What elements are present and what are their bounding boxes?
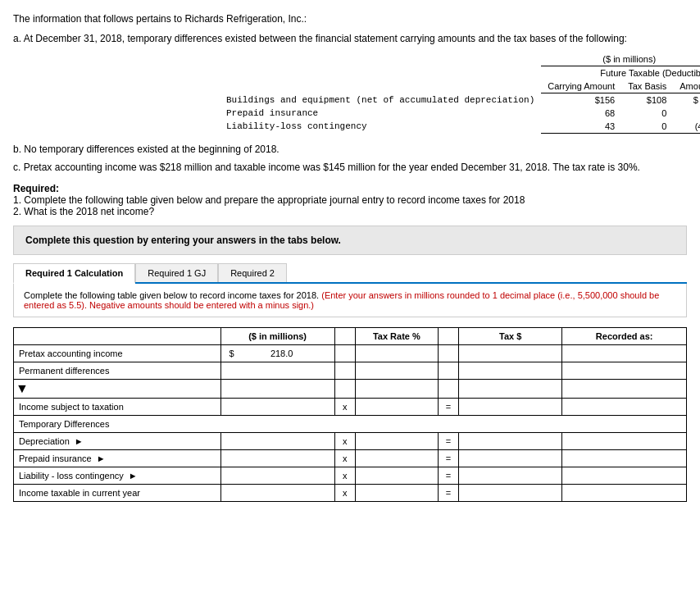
section-c: c. Pretax accounting income was $218 mil…	[13, 162, 687, 173]
required-2: 2. What is the 2018 net income?	[13, 206, 154, 217]
millions-cell[interactable]: $	[220, 345, 334, 362]
millions-cell[interactable]	[220, 362, 334, 380]
eq-empty	[438, 345, 458, 362]
eq-empty	[438, 362, 458, 380]
financial-row-future: (43)	[673, 120, 700, 134]
taxrate-cell[interactable]	[355, 399, 438, 416]
financial-row-carrying: $156	[541, 93, 621, 107]
taxrate-input[interactable]	[361, 488, 433, 498]
millions-input[interactable]	[226, 402, 330, 412]
recorded-input[interactable]	[567, 402, 681, 412]
taxdollar-cell[interactable]	[459, 467, 562, 485]
taxrate-cell[interactable]	[355, 433, 438, 450]
eq-symbol: =	[438, 450, 458, 467]
taxrate-cell[interactable]	[355, 345, 438, 362]
x-symbol: x	[334, 450, 355, 467]
x-empty	[334, 362, 355, 380]
taxdollar-input[interactable]	[464, 349, 557, 358]
taxrate-input[interactable]	[361, 366, 433, 376]
info-text-normal: Complete the following table given below…	[24, 290, 319, 300]
taxrate-input[interactable]	[361, 436, 433, 446]
millions-cell[interactable]	[220, 433, 334, 450]
recorded-cell[interactable]	[562, 450, 687, 467]
recorded-cell[interactable]	[562, 362, 687, 380]
eq-symbol: =	[438, 433, 458, 450]
taxdollar-input[interactable]	[464, 488, 557, 498]
recorded-cell[interactable]	[562, 467, 687, 485]
recorded-input[interactable]	[567, 366, 681, 376]
x-symbol: x	[334, 399, 355, 416]
arrow-millions	[220, 380, 334, 399]
recorded-cell[interactable]	[562, 345, 687, 362]
taxrate-cell[interactable]	[355, 450, 438, 467]
recorded-input[interactable]	[567, 488, 681, 498]
taxdollar-cell[interactable]	[459, 362, 562, 380]
required-header: Required:	[13, 183, 59, 194]
eq-symbol: =	[438, 485, 458, 502]
taxdollar-cell[interactable]	[459, 485, 562, 502]
tab-req1calc[interactable]: Required 1 Calculation	[13, 263, 135, 284]
taxdollar-cell[interactable]	[459, 345, 562, 362]
taxdollar-cell[interactable]	[459, 450, 562, 467]
taxrate-input[interactable]	[361, 349, 433, 358]
taxdollar-input[interactable]	[464, 366, 557, 376]
millions-input[interactable]	[226, 453, 330, 463]
header-main: ($ in millions)	[541, 52, 700, 66]
answer-table: ($ in millions) Tax Rate % Tax $ Recorde…	[13, 327, 687, 502]
millions-input[interactable]	[226, 471, 330, 481]
taxrate-cell[interactable]	[355, 467, 438, 485]
taxrate-input[interactable]	[361, 453, 433, 463]
taxrate-cell[interactable]	[355, 362, 438, 380]
millions-input[interactable]	[246, 349, 318, 358]
tab-req2[interactable]: Required 2	[218, 263, 287, 282]
taxrate-input[interactable]	[361, 471, 433, 481]
info-box: Complete the following table given below…	[13, 284, 687, 317]
taxrate-cell[interactable]	[355, 485, 438, 502]
answer-row-income_subject: Income subject to taxation x =	[14, 399, 687, 416]
taxdollar-cell[interactable]	[459, 433, 562, 450]
arrow-icon: ▼	[16, 381, 29, 395]
tab-req1gj[interactable]: Required 1 GJ	[135, 263, 218, 282]
taxdollar-input[interactable]	[464, 436, 557, 446]
taxrate-input[interactable]	[361, 402, 433, 412]
recorded-input[interactable]	[567, 453, 681, 463]
section-a-label: a.	[13, 33, 21, 44]
row-label: Permanent differences	[14, 362, 221, 380]
taxdollar-input[interactable]	[464, 471, 557, 481]
recorded-input[interactable]	[567, 471, 681, 481]
instruction-text: Complete this question by entering your …	[25, 235, 341, 246]
financial-row: Buildings and equipment (net of accumula…	[226, 93, 700, 107]
answer-row-permanent: Permanent differences	[14, 362, 687, 380]
x-symbol: x	[334, 433, 355, 450]
col-recorded-header: Recorded as:	[562, 328, 687, 345]
recorded-cell[interactable]	[562, 433, 687, 450]
answer-table-header-row: ($ in millions) Tax Rate % Tax $ Recorde…	[14, 328, 687, 345]
required-1: 1. Complete the following table given be…	[13, 194, 525, 206]
taxdollar-cell[interactable]	[459, 399, 562, 416]
millions-cell[interactable]	[220, 399, 334, 416]
millions-input[interactable]	[226, 488, 330, 498]
col-eq-header	[438, 328, 458, 345]
col-millions-header: ($ in millions)	[220, 328, 334, 345]
recorded-cell[interactable]	[562, 399, 687, 416]
millions-input[interactable]	[226, 366, 330, 376]
millions-cell[interactable]	[220, 467, 334, 485]
answer-row-prepaid: Prepaid insurance► x =	[14, 450, 687, 467]
recorded-input[interactable]	[567, 436, 681, 446]
col3-header: Amount	[673, 80, 700, 93]
col3-header-main: Future Taxable (Deductible)	[600, 68, 700, 78]
millions-cell[interactable]	[220, 485, 334, 502]
financial-row-carrying: 68	[541, 107, 621, 120]
recorded-input[interactable]	[567, 349, 681, 358]
col-taxdollar-header: Tax $	[459, 328, 562, 345]
required-section: Required: 1. Complete the following tabl…	[13, 183, 687, 217]
taxdollar-input[interactable]	[464, 402, 557, 412]
taxdollar-input[interactable]	[464, 453, 557, 463]
millions-input[interactable]	[226, 436, 330, 446]
col2-header: Tax Basis	[621, 80, 673, 93]
recorded-cell[interactable]	[562, 485, 687, 502]
row-label: Depreciation►	[14, 433, 221, 450]
millions-cell[interactable]	[220, 450, 334, 467]
section-a-text: At December 31, 2018, temporary differen…	[24, 33, 627, 44]
col-taxrate-header: Tax Rate %	[355, 328, 438, 345]
